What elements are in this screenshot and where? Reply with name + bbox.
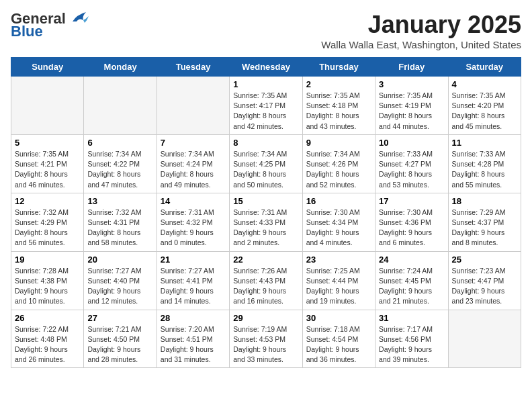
calendar-cell	[84, 77, 157, 135]
day-number: 18	[452, 196, 517, 206]
calendar-week-row: 12Sunrise: 7:32 AM Sunset: 4:29 PM Dayli…	[11, 193, 521, 251]
day-info: Sunrise: 7:23 AM Sunset: 4:47 PM Dayligh…	[452, 266, 517, 307]
day-number: 28	[161, 313, 226, 323]
day-number: 30	[306, 313, 371, 323]
calendar-week-row: 5Sunrise: 7:35 AM Sunset: 4:21 PM Daylig…	[11, 134, 521, 193]
day-number: 1	[233, 79, 298, 89]
day-info: Sunrise: 7:30 AM Sunset: 4:36 PM Dayligh…	[379, 208, 444, 248]
calendar-cell: 11Sunrise: 7:33 AM Sunset: 4:28 PM Dayli…	[448, 134, 521, 193]
calendar-week-row: 26Sunrise: 7:22 AM Sunset: 4:48 PM Dayli…	[11, 310, 521, 368]
day-number: 14	[161, 196, 226, 206]
day-info: Sunrise: 7:24 AM Sunset: 4:45 PM Dayligh…	[379, 266, 444, 307]
day-number: 15	[233, 196, 298, 206]
day-number: 24	[379, 255, 444, 265]
day-number: 8	[233, 138, 298, 148]
calendar-body: 1Sunrise: 7:35 AM Sunset: 4:17 PM Daylig…	[11, 77, 521, 368]
day-info: Sunrise: 7:35 AM Sunset: 4:21 PM Dayligh…	[15, 149, 80, 190]
calendar-cell	[11, 77, 84, 135]
day-info: Sunrise: 7:34 AM Sunset: 4:22 PM Dayligh…	[87, 149, 152, 190]
calendar-cell: 21Sunrise: 7:27 AM Sunset: 4:41 PM Dayli…	[157, 251, 229, 310]
day-number: 7	[161, 138, 226, 148]
day-number: 4	[452, 79, 517, 89]
day-of-week-header: Thursday	[302, 58, 375, 77]
calendar-cell: 17Sunrise: 7:30 AM Sunset: 4:36 PM Dayli…	[375, 193, 448, 251]
day-number: 21	[161, 255, 226, 265]
calendar-week-row: 1Sunrise: 7:35 AM Sunset: 4:17 PM Daylig…	[11, 77, 521, 135]
logo-bird-icon	[67, 9, 89, 27]
calendar-cell: 31Sunrise: 7:17 AM Sunset: 4:56 PM Dayli…	[375, 310, 448, 368]
day-info: Sunrise: 7:35 AM Sunset: 4:18 PM Dayligh…	[306, 91, 371, 132]
location-text: Walla Walla East, Washington, United Sta…	[321, 39, 521, 50]
day-info: Sunrise: 7:34 AM Sunset: 4:26 PM Dayligh…	[306, 149, 371, 190]
day-number: 25	[452, 255, 517, 265]
calendar-cell: 22Sunrise: 7:26 AM Sunset: 4:43 PM Dayli…	[230, 251, 302, 310]
day-number: 19	[15, 255, 80, 265]
calendar-cell: 5Sunrise: 7:35 AM Sunset: 4:21 PM Daylig…	[11, 134, 84, 193]
day-info: Sunrise: 7:27 AM Sunset: 4:40 PM Dayligh…	[87, 266, 152, 307]
day-of-week-header: Tuesday	[157, 58, 229, 77]
calendar-cell: 27Sunrise: 7:21 AM Sunset: 4:50 PM Dayli…	[84, 310, 157, 368]
day-number: 26	[15, 313, 80, 323]
calendar-cell: 4Sunrise: 7:35 AM Sunset: 4:20 PM Daylig…	[448, 77, 521, 135]
calendar-cell: 18Sunrise: 7:29 AM Sunset: 4:37 PM Dayli…	[448, 193, 521, 251]
day-of-week-header: Sunday	[11, 58, 84, 77]
day-number: 29	[233, 313, 298, 323]
day-number: 23	[306, 255, 371, 265]
day-info: Sunrise: 7:26 AM Sunset: 4:43 PM Dayligh…	[233, 266, 298, 307]
day-info: Sunrise: 7:18 AM Sunset: 4:54 PM Dayligh…	[306, 324, 371, 365]
day-number: 12	[15, 196, 80, 206]
calendar-cell: 10Sunrise: 7:33 AM Sunset: 4:27 PM Dayli…	[375, 134, 448, 193]
day-number: 13	[87, 196, 152, 206]
calendar-cell: 3Sunrise: 7:35 AM Sunset: 4:19 PM Daylig…	[375, 77, 448, 135]
day-number: 20	[87, 255, 152, 265]
day-info: Sunrise: 7:33 AM Sunset: 4:28 PM Dayligh…	[452, 149, 517, 190]
day-info: Sunrise: 7:32 AM Sunset: 4:31 PM Dayligh…	[87, 208, 152, 248]
month-title: January 2025	[321, 11, 521, 39]
calendar-cell: 19Sunrise: 7:28 AM Sunset: 4:38 PM Dayli…	[11, 251, 84, 310]
calendar-cell: 29Sunrise: 7:19 AM Sunset: 4:53 PM Dayli…	[230, 310, 302, 368]
day-number: 16	[306, 196, 371, 206]
logo-blue-text: Blue	[11, 24, 43, 39]
day-info: Sunrise: 7:31 AM Sunset: 4:32 PM Dayligh…	[161, 208, 226, 248]
calendar-cell	[448, 310, 521, 368]
calendar-cell: 14Sunrise: 7:31 AM Sunset: 4:32 PM Dayli…	[157, 193, 229, 251]
day-number: 17	[379, 196, 444, 206]
day-info: Sunrise: 7:27 AM Sunset: 4:41 PM Dayligh…	[161, 266, 226, 307]
day-info: Sunrise: 7:22 AM Sunset: 4:48 PM Dayligh…	[15, 324, 80, 365]
day-number: 10	[379, 138, 444, 148]
day-info: Sunrise: 7:30 AM Sunset: 4:34 PM Dayligh…	[306, 208, 371, 248]
day-info: Sunrise: 7:35 AM Sunset: 4:20 PM Dayligh…	[452, 91, 517, 132]
page-header: General Blue January 2025 Walla Walla Ea…	[11, 11, 521, 50]
day-number: 31	[379, 313, 444, 323]
day-number: 2	[306, 79, 371, 89]
calendar-cell: 6Sunrise: 7:34 AM Sunset: 4:22 PM Daylig…	[84, 134, 157, 193]
days-of-week-row: SundayMondayTuesdayWednesdayThursdayFrid…	[11, 58, 521, 77]
calendar-cell: 23Sunrise: 7:25 AM Sunset: 4:44 PM Dayli…	[302, 251, 375, 310]
logo: General Blue	[11, 11, 89, 39]
calendar-cell: 13Sunrise: 7:32 AM Sunset: 4:31 PM Dayli…	[84, 193, 157, 251]
day-info: Sunrise: 7:20 AM Sunset: 4:51 PM Dayligh…	[161, 324, 226, 365]
day-info: Sunrise: 7:32 AM Sunset: 4:29 PM Dayligh…	[15, 208, 80, 248]
day-info: Sunrise: 7:21 AM Sunset: 4:50 PM Dayligh…	[87, 324, 152, 365]
calendar-header: SundayMondayTuesdayWednesdayThursdayFrid…	[11, 58, 521, 77]
calendar-cell: 12Sunrise: 7:32 AM Sunset: 4:29 PM Dayli…	[11, 193, 84, 251]
day-number: 22	[233, 255, 298, 265]
calendar-week-row: 19Sunrise: 7:28 AM Sunset: 4:38 PM Dayli…	[11, 251, 521, 310]
day-number: 5	[15, 138, 80, 148]
calendar-cell: 9Sunrise: 7:34 AM Sunset: 4:26 PM Daylig…	[302, 134, 375, 193]
calendar-cell: 30Sunrise: 7:18 AM Sunset: 4:54 PM Dayli…	[302, 310, 375, 368]
day-of-week-header: Wednesday	[230, 58, 302, 77]
calendar-cell: 2Sunrise: 7:35 AM Sunset: 4:18 PM Daylig…	[302, 77, 375, 135]
day-of-week-header: Monday	[84, 58, 157, 77]
calendar-cell: 25Sunrise: 7:23 AM Sunset: 4:47 PM Dayli…	[448, 251, 521, 310]
day-info: Sunrise: 7:34 AM Sunset: 4:24 PM Dayligh…	[161, 149, 226, 190]
day-info: Sunrise: 7:33 AM Sunset: 4:27 PM Dayligh…	[379, 149, 444, 190]
day-number: 6	[87, 138, 152, 148]
day-info: Sunrise: 7:35 AM Sunset: 4:17 PM Dayligh…	[233, 91, 298, 132]
day-info: Sunrise: 7:19 AM Sunset: 4:53 PM Dayligh…	[233, 324, 298, 365]
day-info: Sunrise: 7:34 AM Sunset: 4:25 PM Dayligh…	[233, 149, 298, 190]
calendar-cell: 1Sunrise: 7:35 AM Sunset: 4:17 PM Daylig…	[230, 77, 302, 135]
calendar-table: SundayMondayTuesdayWednesdayThursdayFrid…	[11, 57, 521, 368]
day-info: Sunrise: 7:28 AM Sunset: 4:38 PM Dayligh…	[15, 266, 80, 307]
calendar-cell	[157, 77, 229, 135]
